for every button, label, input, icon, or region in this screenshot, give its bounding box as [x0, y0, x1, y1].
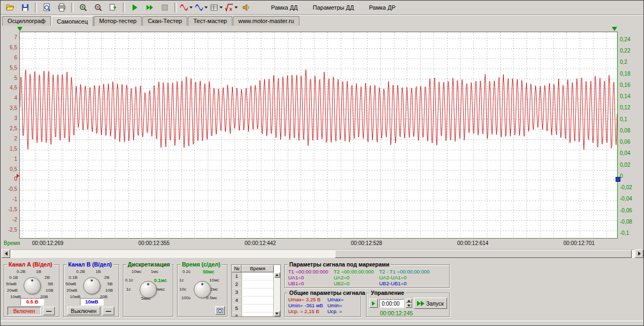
channel-b-zero-marker[interactable] — [616, 177, 620, 182]
sampling-knob[interactable] — [140, 281, 157, 298]
marker-a-button[interactable] — [179, 1, 193, 14]
spinner-up-button[interactable] — [406, 299, 412, 303]
tab-bar: Осциллограф Самописец Мотор-тестер Скан-… — [1, 15, 643, 26]
left-axis-tick: -2,5 — [8, 227, 17, 233]
tab-recorder[interactable]: Самописец — [52, 16, 93, 26]
menu-frame-dd[interactable]: Рамка ДД — [264, 4, 305, 11]
duration-spinner[interactable]: 0:00:00 — [379, 299, 404, 308]
open-file-button[interactable] — [3, 1, 17, 14]
stop-button[interactable] — [158, 1, 172, 14]
right-axis-tick: -0,1 — [620, 230, 629, 236]
table-scrollbar[interactable] — [273, 272, 280, 316]
waveform-canvas[interactable] — [20, 32, 617, 238]
right-axis-tick: 0,18 — [620, 71, 630, 77]
table-row[interactable]: 4 — [232, 297, 274, 305]
marker-t2-handle[interactable] — [612, 27, 617, 31]
bottom-row: Общие параметры сигнала Umax= 3,25 ВUmin… — [284, 293, 450, 317]
time-axis: 00:00:12:26900:00:12:35500:00:12:44200:0… — [19, 240, 617, 247]
signal-param-value: Umin= -361 мВ — [288, 302, 323, 308]
horizontal-scrollbar[interactable] — [2, 249, 643, 258]
export-button[interactable] — [106, 1, 120, 14]
knob-scale-label: 10с — [179, 287, 186, 292]
table-scroll-down-button[interactable] — [274, 311, 280, 316]
knob-scale-label: 50мВ — [6, 281, 17, 286]
channel-a-group: Канал А (В/дел) 0.2В1В0.1В2В50мВ5В20мВ10… — [4, 264, 60, 317]
start-button-label: Запуск — [426, 300, 444, 307]
right-axis-tick: -0,06 — [620, 208, 632, 213]
dropdown-caret-icon — [219, 6, 223, 9]
tab-test-master[interactable]: Тест-мастер — [188, 16, 232, 26]
left-axis-tick: -0,5 — [8, 186, 17, 192]
print-preview-button[interactable] — [40, 1, 54, 14]
sound-button[interactable] — [239, 1, 253, 14]
tab-scan-tester[interactable]: Скан-Тестер — [142, 16, 187, 26]
row-time-value — [242, 305, 274, 312]
left-axis-tick: -2 — [12, 217, 17, 223]
table-row[interactable]: 6 — [232, 313, 274, 316]
channel-b-knob[interactable] — [83, 277, 100, 294]
column-number: № — [232, 265, 241, 272]
left-axis-tick: 2,5 — [10, 125, 17, 131]
timebase-knob[interactable] — [194, 281, 211, 298]
column-time: Время — [241, 265, 274, 272]
knob-scale-label: 0.1В — [69, 275, 77, 280]
row-number: 2 — [232, 280, 242, 288]
tab-website[interactable]: www.motor-master.ru — [233, 16, 299, 26]
menu-frame-dr[interactable]: Рамка ДР — [361, 4, 403, 11]
zoom-out-button[interactable] — [91, 1, 105, 14]
play-fast-button[interactable] — [143, 1, 157, 14]
grid-view-button[interactable] — [209, 1, 223, 14]
toolbar-separator — [123, 3, 125, 12]
right-axis-tick: 0,02 — [620, 162, 630, 168]
marker-t1-handle[interactable] — [17, 27, 23, 31]
channel-a-knob[interactable] — [24, 277, 41, 294]
left-axis-tick: 6 — [14, 55, 17, 61]
zoom-in-button[interactable] — [76, 1, 90, 14]
timebase-title: Время (с/дел) — [180, 261, 222, 268]
spinner-down-button[interactable] — [406, 303, 412, 308]
marker-b-button[interactable] — [194, 1, 208, 14]
table-row[interactable]: 3 — [232, 288, 274, 297]
table-row[interactable]: 1 — [232, 272, 274, 280]
channel-a-power-button[interactable]: Включен — [8, 307, 41, 315]
markers-panel-title: Параметры сигнала под маркерами — [288, 261, 391, 268]
play-button[interactable] — [128, 1, 142, 14]
marker-t1-column: T1 =00:00:00:000UA1=0UB1=0 — [288, 269, 328, 287]
tab-motor-tester[interactable]: Мотор-тестер — [94, 16, 142, 26]
table-row[interactable]: 5 — [232, 305, 274, 313]
channel-b-power-button[interactable]: Выключен — [67, 307, 100, 315]
speaker-icon — [242, 3, 251, 12]
table-row[interactable]: 2 — [232, 280, 274, 288]
scroll-thumb[interactable] — [335, 250, 632, 258]
scroll-left-button[interactable] — [2, 249, 10, 258]
snapshot-button[interactable] — [215, 306, 225, 315]
save-file-button[interactable] — [18, 1, 32, 14]
single-start-button[interactable] — [369, 299, 378, 308]
marker-param-value: T1 =00:00:00:000 — [288, 269, 328, 275]
marker-param-value: T2 - T1 =00:00:00:000 — [379, 269, 430, 275]
print-button[interactable] — [55, 1, 69, 14]
table-scroll-up-button[interactable] — [274, 272, 280, 278]
marker-param-value: T2 =00:00:00:000 — [334, 269, 374, 275]
math-function-button[interactable] — [224, 1, 238, 14]
tab-oscillograph[interactable]: Осциллограф — [2, 16, 51, 26]
knob-scale-label: 5В — [48, 281, 53, 286]
channel-a-offset-button[interactable]: — — [43, 307, 55, 315]
plot-box[interactable] — [19, 32, 618, 239]
play-icon — [372, 301, 375, 306]
double-play-icon — [417, 301, 425, 306]
common-params-channel-a: Umax= 3,25 ВUmin= -361 мВUср. = 2,15 В — [288, 297, 323, 316]
marker-t2-column: T2 =00:00:00:000UA2=0UB2=0 — [334, 269, 374, 287]
x-axis-tick: 00:00:12:614 — [449, 240, 497, 246]
menu-params-dd[interactable]: Параметры ДД — [305, 4, 362, 11]
scroll-track[interactable] — [10, 249, 635, 258]
left-axis: 76,565,554,543,532,521,510,50-0,5-1-1,5-… — [2, 32, 18, 238]
channel-b-offset-button[interactable]: — — [103, 307, 114, 315]
zoom-in-icon — [79, 3, 87, 12]
marker-param-value: UB2-UB1=0 — [379, 280, 430, 286]
channel-a-zero-marker[interactable] — [17, 174, 19, 178]
scroll-right-button[interactable] — [635, 249, 643, 258]
timebase-group: Время (с/дел) 0.2с50мс1с10мс10с2мс100с0.… — [177, 264, 228, 317]
knob-scale-label: 10В — [46, 288, 53, 293]
start-button[interactable]: Запуск — [414, 298, 447, 309]
